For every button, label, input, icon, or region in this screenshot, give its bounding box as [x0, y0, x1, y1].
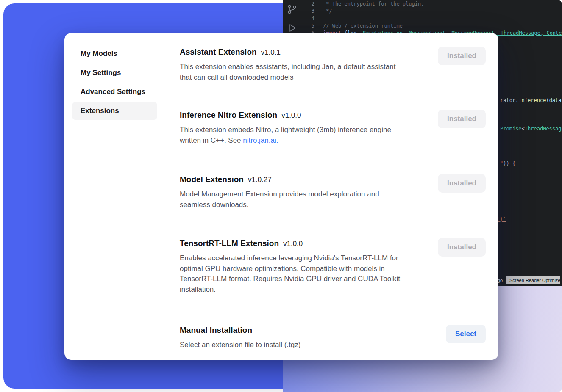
code-fragment: ")) {	[500, 160, 515, 166]
extension-description: Enables accelerated inference leveraging…	[180, 253, 400, 295]
select-file-button[interactable]: Select	[446, 325, 486, 343]
extension-description: Model Management Extension provides mode…	[180, 189, 379, 210]
extension-title: TensortRT-LLM Extension	[180, 238, 279, 249]
extension-title: Assistant Extension	[180, 47, 257, 58]
code-line: * The entrypoint for the plugin.	[323, 0, 562, 8]
extension-title: Inference Nitro Extension	[180, 110, 277, 121]
extension-row-model: Model Extension v1.0.27 Model Management…	[180, 160, 486, 224]
extension-row-assistant: Assistant Extension v1.0.1 This extensio…	[180, 33, 486, 96]
nitro-jan-ai-link[interactable]: nitro.jan.ai.	[243, 136, 278, 144]
extension-version: v1.0.0	[283, 240, 303, 248]
code-line: */	[323, 8, 562, 15]
extension-title: Model Extension	[180, 174, 244, 185]
extension-description: Select an extension file to install (.tg…	[180, 340, 300, 351]
code-line	[323, 15, 562, 22]
extensions-list: Assistant Extension v1.0.1 This extensio…	[165, 33, 498, 360]
sidebar-item-advanced-settings[interactable]: Advanced Settings	[72, 83, 157, 101]
sidebar-item-extensions[interactable]: Extensions	[72, 102, 157, 120]
page: 2 3 4 5 6 * The entrypoint for the plugi…	[0, 0, 562, 392]
editor-line-numbers: 2 3 4 5 6	[283, 0, 314, 37]
extension-row-nitro: Inference Nitro Extension v1.0.0 This ex…	[180, 96, 486, 160]
extension-title: Manual Installation	[180, 325, 252, 336]
installed-button[interactable]: Installed	[438, 47, 486, 65]
screen-reader-status-badge: Screen Reader Optimized	[506, 276, 560, 284]
extension-row-tensorrt: TensortRT-LLM Extension v1.0.0 Enables a…	[180, 224, 486, 312]
extension-description: This extension embeds Nitro, a lightweig…	[180, 125, 391, 146]
extension-row-manual-installation: Manual Installation Select an extension …	[180, 312, 486, 351]
installed-button[interactable]: Installed	[438, 238, 486, 257]
extension-version: v1.0.1	[261, 48, 281, 57]
extension-description: This extension enables assistants, inclu…	[180, 62, 395, 83]
settings-sidebar: My Models My Settings Advanced Settings …	[64, 33, 165, 360]
settings-modal: My Models My Settings Advanced Settings …	[64, 33, 498, 360]
editor-code: * The entrypoint for the plugin. */ // W…	[323, 0, 562, 37]
installed-button[interactable]: Installed	[438, 174, 486, 193]
installed-button[interactable]: Installed	[438, 110, 486, 128]
code-fragment: Promise<ThreadMessage>	[500, 126, 562, 132]
extension-version: v1.0.27	[248, 176, 272, 184]
code-line: // Web / extension runtime	[323, 22, 562, 30]
code-fragment: rator.inference(data));	[500, 97, 562, 103]
extension-version: v1.0.0	[281, 111, 301, 120]
sidebar-item-my-models[interactable]: My Models	[72, 45, 157, 63]
sidebar-item-my-settings[interactable]: My Settings	[72, 64, 157, 82]
